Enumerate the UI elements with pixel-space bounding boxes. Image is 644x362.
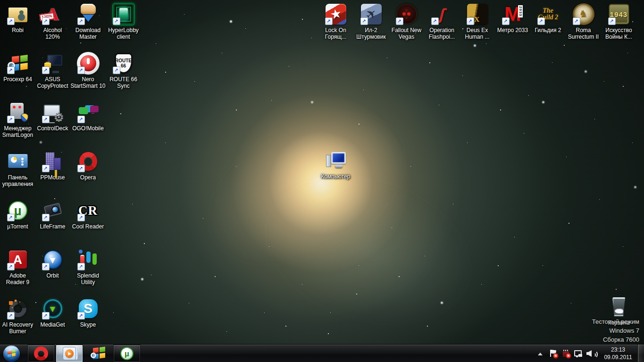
clock[interactable]: 23:13 09.09.2011 [599,346,637,361]
icon-label: Splendid Utility [67,272,109,286]
opera-icon [34,346,48,361]
shortcut-arrow-icon: ↗ [77,67,85,74]
desktop-icon-robi[interactable]: ↗ Robi [0,3,35,34]
shortcut-arrow-icon: ↗ [7,17,15,25]
desktop-icon-lock-on[interactable]: ↗ Lock On Горящ... [318,3,353,40]
taskbar-button-utorrent[interactable]: µ [113,345,141,362]
shortcut-arrow-icon: ↗ [42,17,50,25]
adobe-reader-icon: A↗ [7,248,29,271]
desktop-icon-control-panel[interactable]: Панель управления [0,150,35,187]
shortcut-arrow-icon: ↗ [7,67,15,74]
desktop-icon-splendid[interactable]: ↗ Splendid Utility [70,248,106,286]
show-desktop-button[interactable] [637,345,644,362]
icon-label: Opera [67,174,109,181]
art-of-war-1943-icon: 1943↗ [608,3,630,25]
desktop-icon-opera[interactable]: ↗ Opera [70,150,106,181]
desktop-icon-skype[interactable]: S↗ Skype [70,297,106,328]
desktop-icon-download-master[interactable]: ↗ Download Master [70,3,106,40]
controldeck-icon: ⚙↗ [42,101,64,124]
shortcut-arrow-icon: ↗ [608,17,616,25]
icon-label: Alcohol 120% [32,27,73,40]
desktop-icon-cool-reader[interactable]: CR↗ Cool Reader [70,199,106,230]
taskbar: µ 23:13 09.09.2011 [0,344,644,362]
ai-recovery-icon: ↗ [7,297,29,320]
lifeframe-icon: ↗ [42,199,64,222]
desktop-icon-mediaget[interactable]: ↗ MediaGet [35,297,70,328]
desktop-icon-metro-2033[interactable]: M2033↗ Метро 2033 [495,3,530,34]
shortcut-arrow-icon: ↗ [7,312,15,320]
desktop-icon-asus-copyprotect[interactable]: ↗ ASUS CopyProtect [35,52,70,89]
network-icon[interactable] [574,349,583,358]
test-mode-watermark: Тестовый режим Windows 7 Сборка 7600 [592,317,639,344]
desktop-icon-procexp[interactable]: ↗ Procexp 64 [0,52,35,83]
desktop-icon-hyperlobby[interactable]: ↗ HyperLobby client [106,3,141,40]
action-center-icon[interactable] [548,349,558,358]
desktop-icon-fallout-nv[interactable]: ↗ Fallout New Vegas [389,3,424,40]
desktop-icon-smartlogon[interactable]: ↗ Менеджер SmartLogon [0,101,35,138]
volume-icon[interactable] [586,349,596,358]
desktop-icon-ppmouse[interactable]: ↗ PPMouse [35,150,70,181]
shortcut-arrow-icon: ↗ [502,17,510,25]
hyperlobby-icon: ↗ [112,3,135,25]
monitor-stand [335,164,343,168]
smartlogon-icon: ↗ [7,101,29,124]
shortcut-arrow-icon: ↗ [42,116,50,123]
shortcut-arrow-icon: ↗ [325,17,333,25]
desktop-icon-il2[interactable]: ↗ Ил-2 Штурмовик [353,3,389,40]
taskbar-button-process-explorer[interactable] [86,345,110,362]
desktop-icon-ogo-mobile[interactable]: ↗ OGO!Mobile [70,101,106,132]
desktop-icon-orbit[interactable]: ↗ Orbit [35,248,70,279]
desktop-icon-ai-recovery[interactable]: ↗ AI Recovery Burner [0,297,35,335]
media-player-icon [63,347,76,360]
desktop-icon-operation-flashpoint[interactable]: ↗ Operation Flashpoi... [424,3,460,40]
ogo-mobile-icon: ↗ [77,101,100,124]
desktop-icon-controldeck[interactable]: ⚙↗ ControlDeck [35,101,70,132]
taskbar-button-media-player[interactable] [56,345,83,362]
icon-label: PPMouse [32,174,73,181]
desktop-icon-roma-surrectum[interactable]: ↗ Roma Surrectum II [566,3,601,40]
chevron-up-icon [538,353,543,355]
shortcut-arrow-icon: ↗ [77,116,85,123]
shortcut-arrow-icon: ↗ [42,312,50,320]
start-button[interactable] [3,345,20,362]
shortcut-arrow-icon: ↗ [7,214,15,221]
splendid-utility-icon: ↗ [77,248,100,271]
shortcut-arrow-icon: ↗ [77,165,85,172]
desktop-icon-deus-ex[interactable]: DX↗ Deus Ex Human ... [460,3,495,40]
icon-label: Roma Surrectum II [563,27,604,40]
shortcut-arrow-icon: ↗ [7,116,15,123]
shortcut-arrow-icon: ↗ [77,263,85,270]
show-hidden-icons-button[interactable] [535,349,545,358]
lock-on-icon: ↗ [325,3,347,25]
icon-label: Искусство Войны К... [598,27,639,40]
sound-waves-icon [592,351,598,358]
computer-icon [325,149,347,172]
icon-label: Nero StartSmart 10 [67,76,109,89]
icon-glyph: µ [121,348,133,359]
icon-label: HyperLobby client [103,27,144,40]
desktop-icon-art-of-war[interactable]: 1943↗ Искусство Войны К... [601,3,636,40]
desktop-icon-utorrent[interactable]: µ↗ µTorrent [0,199,35,230]
shortcut-arrow-icon: ↗ [42,165,50,172]
taskbar-button-opera[interactable] [27,345,55,362]
user-folder-icon: ↗ [7,3,29,25]
desktop-icon-adobe-reader[interactable]: A↗ Adobe Reader 9 [0,248,35,286]
desktop-icon-alcohol-120[interactable]: A120%↗ Alcohol 120% [35,3,70,40]
icon-label: Метро 2033 [492,27,533,34]
desktop-icon-route66[interactable]: ROUTE 66↗ ROUTE 66 Sync [106,52,141,89]
shortcut-arrow-icon: ↗ [467,17,474,25]
utorrent-icon: µ↗ [7,199,29,222]
cool-reader-icon: CR↗ [77,199,100,222]
icon-label: Гильдия 2 [527,27,569,34]
device-error-icon[interactable] [561,349,570,358]
icon-label: Lock On Горящ... [315,27,356,40]
icon-label: ROUTE 66 Sync [103,76,144,89]
desktop-icon-nero[interactable]: ↗ Nero StartSmart 10 [70,52,106,89]
shortcut-arrow-icon: ↗ [431,17,439,25]
icon-label: Deus Ex Human ... [457,27,498,40]
recycle-bin-icon [608,295,630,318]
desktop-icon-guild-2[interactable]: The Guild 2↗ Гильдия 2 [530,3,566,34]
desktop-icon-computer[interactable]: Компьютер [318,149,353,180]
icon-label: LifeFrame [32,223,73,230]
desktop-icon-lifeframe[interactable]: ↗ LifeFrame [35,199,70,230]
